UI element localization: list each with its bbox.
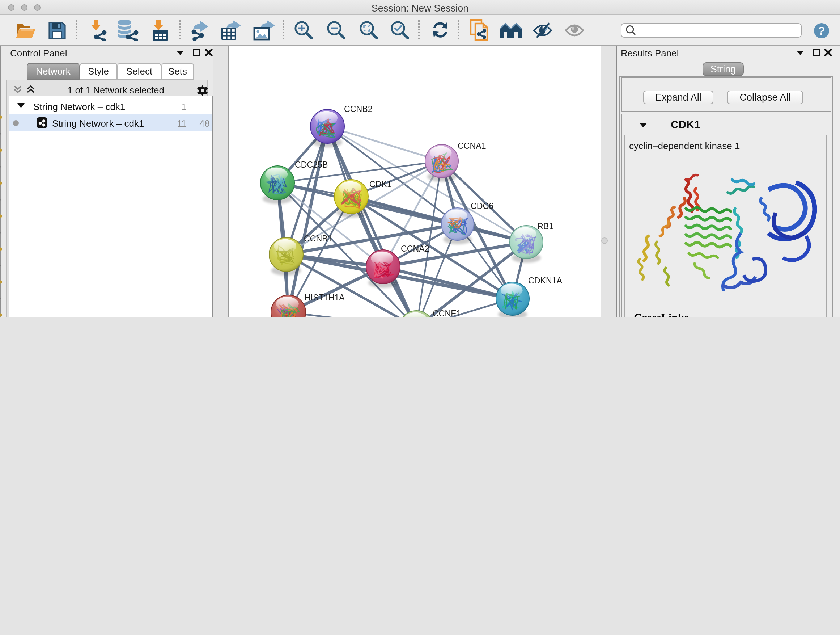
svg-text:RB1: RB1 [537,221,553,231]
svg-text:CDK1: CDK1 [369,179,392,188]
svg-text:CDC25B: CDC25B [294,160,328,169]
svg-text:CDC6: CDC6 [470,201,493,211]
svg-text:CCNA2: CCNA2 [401,244,429,253]
svg-text:CCNA1: CCNA1 [457,141,486,150]
svg-text:CDKN1A: CDKN1A [528,276,562,285]
svg-text:CCNE1: CCNE1 [432,309,461,318]
svg-text:CCNB1: CCNB1 [303,233,332,243]
svg-text:HIST1H1A: HIST1H1A [304,293,344,302]
svg-text:CCNB2: CCNB2 [344,104,372,113]
